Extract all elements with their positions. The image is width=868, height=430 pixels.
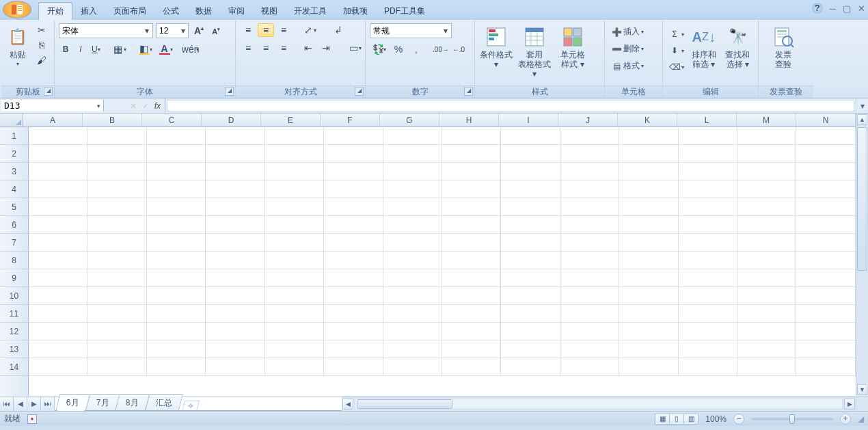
- insert-cells-button[interactable]: ➕插入 ▾: [609, 25, 646, 39]
- cell[interactable]: [265, 180, 324, 198]
- cell[interactable]: [442, 180, 501, 198]
- cell[interactable]: [324, 127, 383, 144]
- cell[interactable]: [737, 252, 796, 269]
- scroll-left-icon[interactable]: ◀: [342, 399, 353, 409]
- cell[interactable]: [619, 252, 678, 269]
- cell[interactable]: [383, 252, 442, 269]
- phonetic-button[interactable]: wén▾: [182, 42, 202, 56]
- restore-icon[interactable]: ▢: [843, 3, 851, 14]
- cell[interactable]: [679, 252, 737, 269]
- cell[interactable]: [679, 305, 737, 322]
- col-header[interactable]: D: [202, 113, 261, 126]
- cell[interactable]: [501, 234, 560, 251]
- tab-页面布局[interactable]: 页面布局: [105, 3, 154, 20]
- cancel-formula-icon[interactable]: ✕: [130, 101, 137, 111]
- cell[interactable]: [501, 358, 560, 375]
- dialog-launcher-icon[interactable]: ◢: [225, 87, 234, 96]
- cell[interactable]: [29, 163, 87, 180]
- hscroll-track[interactable]: [355, 399, 843, 409]
- dialog-launcher-icon[interactable]: ◢: [44, 87, 53, 96]
- font-color-button[interactable]: A▾: [157, 42, 176, 56]
- delete-cells-button[interactable]: ➖删除 ▾: [609, 42, 646, 56]
- cell[interactable]: [619, 358, 678, 375]
- cell[interactable]: [796, 216, 855, 233]
- cell[interactable]: [679, 127, 737, 144]
- tab-PDF工具集[interactable]: PDF工具集: [376, 3, 433, 20]
- chevron-down-icon[interactable]: ▾: [442, 26, 450, 36]
- row-header[interactable]: 10: [0, 287, 28, 305]
- cell[interactable]: [501, 323, 560, 340]
- align-center-button[interactable]: ≡: [258, 41, 274, 55]
- col-header[interactable]: H: [439, 113, 499, 126]
- cell[interactable]: [737, 163, 796, 180]
- align-right-button[interactable]: ≡: [275, 41, 292, 55]
- dialog-launcher-icon[interactable]: ◢: [464, 87, 473, 96]
- fill-button[interactable]: ⬇▾: [667, 44, 686, 57]
- cell[interactable]: [679, 340, 737, 358]
- resize-grip-icon[interactable]: ◢: [858, 414, 864, 424]
- help-icon[interactable]: ?: [812, 3, 823, 14]
- cell[interactable]: [501, 269, 560, 286]
- cell[interactable]: [206, 287, 265, 304]
- cell[interactable]: [206, 127, 265, 144]
- cell[interactable]: [265, 145, 324, 162]
- cell[interactable]: [29, 305, 87, 322]
- cell[interactable]: [679, 163, 737, 180]
- cell[interactable]: [147, 234, 206, 251]
- cell[interactable]: [442, 216, 501, 233]
- cell[interactable]: [147, 145, 206, 162]
- row-header[interactable]: 11: [0, 305, 28, 323]
- tab-加载项[interactable]: 加载项: [335, 3, 376, 20]
- cell-styles-button[interactable]: 单元格样式 ▾: [556, 23, 590, 71]
- cell[interactable]: [383, 145, 442, 162]
- col-header[interactable]: B: [83, 113, 142, 126]
- decrease-font-button[interactable]: A▾: [209, 24, 223, 38]
- cell[interactable]: [29, 234, 87, 251]
- cell[interactable]: [324, 163, 383, 180]
- cell[interactable]: [206, 252, 265, 269]
- copy-button[interactable]: ⎘: [33, 38, 50, 52]
- cell[interactable]: [619, 305, 678, 322]
- cell[interactable]: [87, 269, 146, 286]
- cell[interactable]: [501, 252, 560, 269]
- enter-formula-icon[interactable]: ✓: [142, 101, 149, 111]
- cell[interactable]: [619, 127, 678, 144]
- row-header[interactable]: 4: [0, 180, 28, 198]
- cell[interactable]: [206, 180, 265, 198]
- cell[interactable]: [147, 340, 206, 358]
- wrap-text-button[interactable]: ↲: [330, 23, 347, 37]
- col-header[interactable]: M: [737, 113, 796, 126]
- cell[interactable]: [796, 163, 855, 180]
- cell[interactable]: [619, 234, 678, 251]
- cell[interactable]: [265, 216, 324, 233]
- tab-审阅[interactable]: 审阅: [220, 3, 253, 20]
- cell[interactable]: [29, 180, 87, 198]
- cell[interactable]: [206, 234, 265, 251]
- chevron-down-icon[interactable]: ▾: [142, 26, 151, 36]
- find-select-button[interactable]: 🔭 查找和选择 ▾: [722, 23, 755, 71]
- vertical-scrollbar[interactable]: ▲ ▼: [856, 113, 868, 396]
- chevron-down-icon[interactable]: ▾: [97, 103, 100, 109]
- dialog-launcher-icon[interactable]: ◢: [355, 87, 364, 96]
- cell[interactable]: [29, 340, 87, 358]
- col-header[interactable]: K: [618, 113, 677, 126]
- cell[interactable]: [206, 358, 265, 375]
- new-sheet-icon[interactable]: ✧: [182, 401, 200, 411]
- select-all-corner[interactable]: [0, 113, 23, 126]
- cell[interactable]: [29, 198, 87, 215]
- cell[interactable]: [679, 198, 737, 215]
- align-top-button[interactable]: ≡: [240, 23, 256, 37]
- zoom-out-button[interactable]: −: [733, 414, 744, 425]
- cell[interactable]: [29, 127, 87, 144]
- cell[interactable]: [560, 163, 619, 180]
- cell[interactable]: [147, 252, 206, 269]
- cell[interactable]: [324, 198, 383, 215]
- zoom-slider-thumb[interactable]: [789, 414, 795, 424]
- hscroll-thumb[interactable]: [357, 399, 452, 409]
- close-icon[interactable]: ✕: [858, 3, 865, 14]
- cell[interactable]: [796, 252, 855, 269]
- col-header[interactable]: J: [558, 113, 618, 126]
- cell[interactable]: [87, 234, 146, 251]
- percent-button[interactable]: %: [390, 42, 407, 56]
- tab-数据[interactable]: 数据: [187, 3, 220, 20]
